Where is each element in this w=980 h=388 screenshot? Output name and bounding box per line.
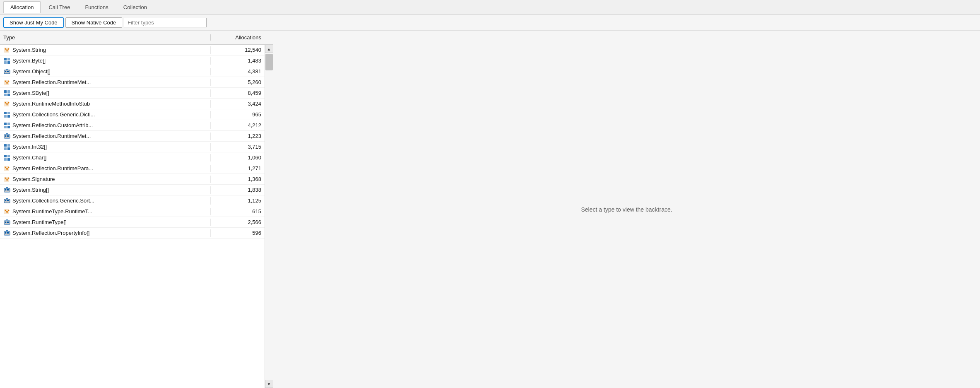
svg-rect-25	[7, 112, 10, 114]
svg-rect-16	[4, 90, 7, 93]
tab-allocation[interactable]: Allocation	[3, 1, 41, 13]
row-type: System.Char[]	[0, 154, 211, 161]
type-icon	[3, 165, 11, 172]
svg-point-3	[7, 50, 8, 51]
svg-rect-38	[4, 147, 7, 150]
scroll-down-button[interactable]: ▼	[265, 380, 273, 388]
row-type: System.Reflection.CustomAttrib...	[0, 122, 211, 129]
type-icon	[3, 186, 11, 194]
svg-point-61	[5, 210, 6, 211]
svg-rect-31	[7, 126, 10, 128]
scrollbar[interactable]: ▲ ▼	[265, 45, 273, 388]
table-row[interactable]: System.Collections.Generic.Sort... 1,125	[0, 195, 265, 206]
type-icon	[3, 133, 11, 140]
row-type: System.RuntimeType.RuntimeT...	[0, 208, 211, 215]
toolbar: Show Just My Code Show Native Code	[0, 15, 980, 31]
row-allocations: 1,125	[211, 198, 265, 204]
table-row[interactable]: System.RuntimeType.RuntimeT... 615	[0, 206, 265, 217]
svg-rect-39	[7, 147, 10, 150]
svg-rect-35	[8, 135, 9, 137]
table-row[interactable]: System.Reflection.RuntimePara... 1,271	[0, 163, 265, 174]
table-row[interactable]: System.Reflection.RuntimeMet... 1,223	[0, 131, 265, 142]
table-row[interactable]: System.SByte[] 8,459	[0, 88, 265, 99]
table-row[interactable]: System.String 12,540	[0, 45, 265, 55]
table-row[interactable]: System.Reflection.RuntimeMet... 5,260	[0, 77, 265, 88]
col-type-header: Type	[0, 34, 211, 41]
svg-rect-40	[4, 155, 7, 157]
type-icon	[3, 79, 11, 86]
scroll-up-button[interactable]: ▲	[265, 45, 273, 53]
type-icon	[3, 111, 11, 118]
show-my-code-button[interactable]: Show Just My Code	[3, 17, 64, 28]
table-row[interactable]: System.String[] 1,838	[0, 185, 265, 195]
svg-point-21	[5, 102, 6, 103]
tab-bar: Allocation Call Tree Functions Collectio…	[0, 0, 980, 15]
table-content: System.String 12,540	[0, 45, 265, 388]
row-type: System.Reflection.RuntimeMet...	[0, 79, 211, 86]
svg-point-14	[8, 80, 10, 82]
svg-point-22	[8, 102, 10, 103]
svg-point-50	[8, 177, 10, 178]
scroll-thumb[interactable]	[265, 54, 273, 70]
table-row[interactable]: System.Reflection.PropertyInfo[] 596	[0, 228, 265, 239]
type-icon	[3, 68, 11, 75]
type-icon	[3, 197, 11, 205]
table-row[interactable]: System.Int32[] 3,715	[0, 142, 265, 152]
svg-point-49	[5, 177, 6, 178]
svg-point-47	[7, 169, 8, 170]
right-panel: Select a type to view the backtrace.	[273, 31, 980, 388]
show-native-code-button[interactable]: Show Native Code	[65, 17, 123, 28]
svg-rect-71	[8, 232, 9, 234]
type-icon	[3, 57, 11, 65]
table-row[interactable]: System.RuntimeType[] 2,566	[0, 217, 265, 228]
svg-rect-65	[5, 222, 6, 223]
svg-rect-29	[7, 123, 10, 125]
row-type: System.Reflection.PropertyInfo[]	[0, 229, 211, 237]
row-allocations: 12,540	[211, 47, 265, 53]
filter-types-input[interactable]	[124, 18, 207, 27]
svg-rect-30	[4, 126, 7, 128]
type-icon	[3, 100, 11, 108]
svg-rect-42	[4, 158, 7, 161]
svg-rect-66	[7, 222, 8, 223]
row-type: System.String[]	[0, 186, 211, 194]
table-row[interactable]: System.Signature 1,368	[0, 174, 265, 185]
left-panel-inner: System.String 12,540	[0, 45, 273, 388]
type-icon	[3, 208, 11, 215]
table-header: Type Allocations	[0, 31, 273, 45]
type-icon	[3, 122, 11, 129]
type-icon	[3, 154, 11, 161]
table-row[interactable]: System.Byte[] 1,483	[0, 55, 265, 66]
tab-functions[interactable]: Functions	[78, 1, 115, 13]
svg-point-63	[7, 212, 8, 213]
row-type: System.SByte[]	[0, 89, 211, 97]
table-row[interactable]: System.Char[] 1,060	[0, 152, 265, 163]
svg-rect-57	[5, 200, 6, 201]
svg-rect-34	[7, 135, 8, 137]
table-row[interactable]: System.Object[] 4,381	[0, 66, 265, 77]
svg-rect-28	[4, 123, 7, 125]
svg-rect-67	[8, 222, 9, 223]
row-type: System.RuntimeType[]	[0, 219, 211, 226]
svg-rect-69	[5, 232, 6, 234]
svg-point-62	[8, 210, 10, 211]
svg-point-45	[5, 166, 6, 168]
svg-rect-33	[5, 135, 6, 137]
row-allocations: 596	[211, 230, 265, 236]
svg-rect-10	[7, 71, 8, 72]
empty-state-message: Select a type to view the backtrace.	[581, 206, 672, 213]
row-type: System.Object[]	[0, 68, 211, 75]
table-row[interactable]: System.Reflection.CustomAttrib... 4,212	[0, 120, 265, 131]
row-allocations: 1,483	[211, 58, 265, 64]
svg-rect-27	[7, 115, 10, 118]
table-row[interactable]: System.RuntimeMethodInfoStub 3,424	[0, 99, 265, 109]
row-type: System.Byte[]	[0, 57, 211, 65]
row-allocations: 965	[211, 111, 265, 118]
row-allocations: 8,459	[211, 90, 265, 96]
row-allocations: 3,715	[211, 144, 265, 150]
tab-collection[interactable]: Collection	[116, 1, 154, 13]
tab-call-tree[interactable]: Call Tree	[41, 1, 77, 13]
table-row[interactable]: System.Collections.Generic.Dicti... 965	[0, 109, 265, 120]
row-type: System.Reflection.RuntimePara...	[0, 165, 211, 172]
row-type: System.Collections.Generic.Sort...	[0, 197, 211, 205]
